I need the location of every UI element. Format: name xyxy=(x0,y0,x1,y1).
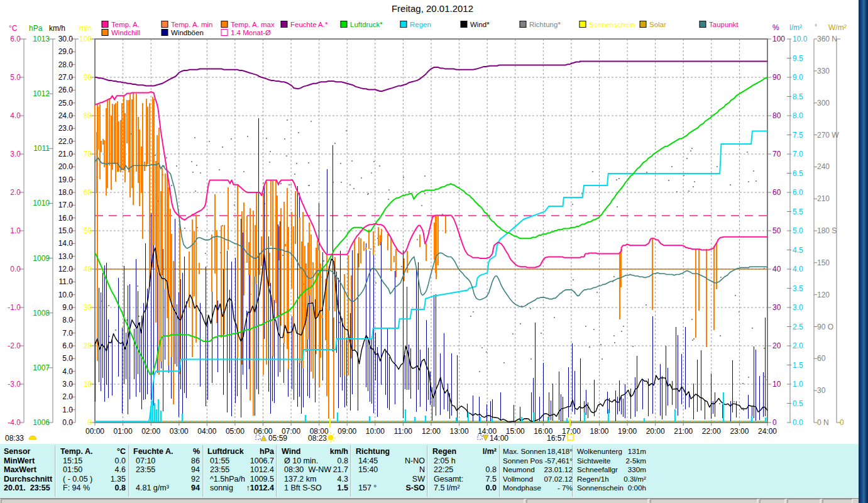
svg-text:25.0: 25.0 xyxy=(58,99,74,108)
svg-text:0.0: 0.0 xyxy=(486,484,497,492)
svg-text:30: 30 xyxy=(817,386,826,395)
svg-text:N-NO: N-NO xyxy=(405,456,425,465)
svg-text:2.0: 2.0 xyxy=(793,341,803,350)
svg-text:0.0: 0.0 xyxy=(10,265,21,274)
svg-text:10.0: 10.0 xyxy=(793,35,808,43)
svg-text:3.0: 3.0 xyxy=(62,380,73,389)
svg-text:03:00: 03:00 xyxy=(170,427,189,436)
svg-text:Ø 10 min.: Ø 10 min. xyxy=(284,456,318,465)
svg-text:22:00: 22:00 xyxy=(702,427,721,436)
svg-text:^1.5hPa/h: ^1.5hPa/h xyxy=(210,475,245,484)
svg-text:2.0: 2.0 xyxy=(10,188,21,197)
svg-text:20:00: 20:00 xyxy=(646,427,665,436)
svg-text:23.01.12: 23.01.12 xyxy=(544,465,573,473)
svg-text:15:40: 15:40 xyxy=(358,465,378,474)
svg-text:18:00: 18:00 xyxy=(590,427,608,436)
svg-text:0.8: 0.8 xyxy=(486,465,497,474)
svg-text:2.5: 2.5 xyxy=(793,323,803,331)
svg-text:Wind*: Wind* xyxy=(470,21,490,28)
svg-text:10: 10 xyxy=(772,380,781,389)
svg-text:70: 70 xyxy=(772,150,781,158)
svg-text:6.0: 6.0 xyxy=(793,188,803,197)
svg-text:2.0: 2.0 xyxy=(62,392,73,401)
svg-text:180 S: 180 S xyxy=(817,226,837,235)
svg-text:1013: 1013 xyxy=(33,35,50,43)
svg-text:Windböen: Windböen xyxy=(171,29,204,36)
svg-text:1006: 1006 xyxy=(33,418,50,427)
svg-text:80: 80 xyxy=(84,111,92,120)
svg-text:0:00h: 0:00h xyxy=(628,484,646,492)
svg-text:7.5: 7.5 xyxy=(793,131,803,140)
svg-text:94: 94 xyxy=(191,465,200,474)
svg-text:40: 40 xyxy=(772,265,781,274)
svg-text:-3.0: -3.0 xyxy=(8,380,21,389)
svg-text:0.0: 0.0 xyxy=(62,418,73,427)
svg-text:12:00: 12:00 xyxy=(422,427,441,436)
svg-text:210: 210 xyxy=(817,194,830,203)
svg-text:08:33: 08:33 xyxy=(5,434,24,443)
svg-text:°C: °C xyxy=(117,447,126,456)
svg-text:90: 90 xyxy=(772,73,781,82)
svg-text:1.4 Monat-Ø: 1.4 Monat-Ø xyxy=(231,29,271,36)
svg-text:16.0: 16.0 xyxy=(58,214,74,223)
svg-text:Gesamt:: Gesamt: xyxy=(434,475,463,484)
svg-text:137.2 km: 137.2 km xyxy=(284,475,316,484)
svg-text:0.5: 0.5 xyxy=(793,399,803,408)
svg-text:1008: 1008 xyxy=(33,309,50,318)
svg-text:360 N: 360 N xyxy=(817,35,837,43)
svg-text:270 W: 270 W xyxy=(817,131,839,140)
svg-text:01:55: 01:55 xyxy=(210,456,229,465)
svg-text:1011: 1011 xyxy=(33,144,50,153)
svg-text:Regen: Regen xyxy=(410,21,431,28)
svg-text:05:00: 05:00 xyxy=(226,427,244,436)
svg-text:12.0: 12.0 xyxy=(58,265,74,274)
svg-text:15:00: 15:00 xyxy=(506,427,525,436)
svg-text:15.0: 15.0 xyxy=(58,226,74,235)
svg-text:30: 30 xyxy=(84,303,92,312)
svg-text:15:15: 15:15 xyxy=(63,456,82,465)
svg-text:l/m²: l/m² xyxy=(789,23,802,32)
svg-text:4.3: 4.3 xyxy=(338,475,348,484)
svg-text:60: 60 xyxy=(817,354,826,363)
svg-text:23:55: 23:55 xyxy=(210,465,229,474)
svg-text:Regen: Regen xyxy=(432,447,456,456)
svg-text:min: min xyxy=(79,24,91,33)
svg-text:5.0: 5.0 xyxy=(793,226,803,235)
svg-text:W-NW: W-NW xyxy=(308,465,331,474)
svg-text:9.0: 9.0 xyxy=(62,303,73,312)
svg-text:Schneefallgr: Schneefallgr xyxy=(577,465,618,473)
svg-text:N: N xyxy=(419,465,425,474)
svg-text:Temp. A. min: Temp. A. min xyxy=(171,21,212,28)
svg-text:150: 150 xyxy=(817,258,830,267)
svg-text:1006.7: 1006.7 xyxy=(250,456,274,465)
svg-text:0.8: 0.8 xyxy=(338,456,348,465)
svg-text:50: 50 xyxy=(84,226,92,235)
svg-text:10.0: 10.0 xyxy=(58,290,74,299)
svg-text:04:00: 04:00 xyxy=(197,427,216,436)
svg-text:0.0: 0.0 xyxy=(793,418,803,427)
svg-text:29.0: 29.0 xyxy=(58,47,74,56)
svg-text:Temp. A.: Temp. A. xyxy=(111,21,140,28)
svg-text:Temp. A. max: Temp. A. max xyxy=(231,21,275,28)
svg-text:%: % xyxy=(772,23,779,32)
svg-text:Sichtweite: Sichtweite xyxy=(577,456,610,465)
svg-text:1010: 1010 xyxy=(33,199,50,207)
svg-text:sonnig: sonnig xyxy=(210,484,233,492)
svg-text:1.0: 1.0 xyxy=(793,380,803,389)
svg-text:60: 60 xyxy=(772,188,781,197)
svg-text:4.0: 4.0 xyxy=(10,111,21,120)
svg-text:14:45: 14:45 xyxy=(358,456,378,465)
svg-text:24.0: 24.0 xyxy=(58,111,74,120)
svg-text:Wolkenunterg: Wolkenunterg xyxy=(577,447,622,455)
svg-text:18.0: 18.0 xyxy=(58,188,74,197)
svg-text:26.0: 26.0 xyxy=(58,86,74,94)
svg-text:↑1012.4: ↑1012.4 xyxy=(246,484,275,492)
svg-text:16:57: 16:57 xyxy=(547,434,566,443)
svg-text:4.0: 4.0 xyxy=(793,265,803,274)
svg-text:4.0: 4.0 xyxy=(62,367,73,376)
svg-text:0.3l/m²: 0.3l/m² xyxy=(624,475,646,483)
svg-text:0: 0 xyxy=(87,418,92,427)
svg-text:08:30: 08:30 xyxy=(284,465,304,474)
svg-text:27.0: 27.0 xyxy=(58,73,74,82)
svg-text:2:05 h: 2:05 h xyxy=(434,456,456,465)
